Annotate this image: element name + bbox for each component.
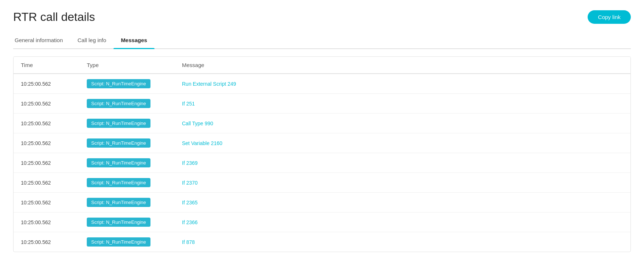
table-row: 10:25:00.562 Script: N_RunTimeEngine If … [14,94,630,114]
cell-message: Run External Script 249 [182,81,623,87]
cell-type: Script: N_RunTimeEngine [87,138,182,148]
copy-link-button[interactable]: Copy link [588,10,631,24]
cell-type: Script: N_RunTimeEngine [87,119,182,128]
table-row: 10:25:00.562 Script: N_RunTimeEngine Set… [14,133,630,153]
cell-message: If 2370 [182,180,623,186]
cell-message: Call Type 990 [182,121,623,126]
type-badge: Script: N_RunTimeEngine [87,237,150,247]
type-badge: Script: N_RunTimeEngine [87,218,150,227]
type-badge: Script: N_RunTimeEngine [87,99,150,108]
messages-table: Time Type Message 10:25:00.562 Script: N… [13,56,631,252]
cell-message: If 878 [182,239,623,245]
table-row: 10:25:00.562 Script: N_RunTimeEngine If … [14,212,630,232]
cell-type: Script: N_RunTimeEngine [87,237,182,247]
header-time: Time [21,62,87,68]
header-type: Type [87,62,182,68]
type-badge: Script: N_RunTimeEngine [87,178,150,187]
type-badge: Script: N_RunTimeEngine [87,158,150,167]
header-message: Message [182,62,623,68]
type-badge: Script: N_RunTimeEngine [87,119,150,128]
cell-time: 10:25:00.562 [21,239,87,245]
cell-time: 10:25:00.562 [21,140,87,146]
cell-type: Script: N_RunTimeEngine [87,198,182,207]
type-badge: Script: N_RunTimeEngine [87,138,150,148]
cell-time: 10:25:00.562 [21,81,87,87]
cell-type: Script: N_RunTimeEngine [87,99,182,108]
tab-call-leg-info[interactable]: Call leg info [70,33,113,48]
cell-message: If 251 [182,101,623,107]
cell-type: Script: N_RunTimeEngine [87,178,182,187]
tab-general-information[interactable]: General information [13,33,70,48]
page-title: RTR call details [13,10,95,24]
table-row: 10:25:00.562 Script: N_RunTimeEngine If … [14,153,630,173]
tabs-container: General information Call leg info Messag… [13,33,631,49]
table-row: 10:25:00.562 Script: N_RunTimeEngine If … [14,193,630,212]
table-header: Time Type Message [14,57,630,74]
type-badge: Script: N_RunTimeEngine [87,79,150,88]
table-row: 10:25:00.562 Script: N_RunTimeEngine Cal… [14,114,630,133]
tab-messages[interactable]: Messages [113,33,155,48]
cell-message: If 2365 [182,200,623,206]
cell-type: Script: N_RunTimeEngine [87,79,182,88]
cell-type: Script: N_RunTimeEngine [87,218,182,227]
cell-time: 10:25:00.562 [21,160,87,166]
cell-type: Script: N_RunTimeEngine [87,158,182,167]
table-row: 10:25:00.562 Script: N_RunTimeEngine If … [14,232,630,252]
cell-time: 10:25:00.562 [21,101,87,107]
page-header: RTR call details Copy link [13,10,631,24]
cell-time: 10:25:00.562 [21,200,87,206]
cell-message: If 2366 [182,219,623,225]
type-badge: Script: N_RunTimeEngine [87,198,150,207]
cell-message: If 2369 [182,160,623,166]
cell-time: 10:25:00.562 [21,180,87,186]
table-row: 10:25:00.562 Script: N_RunTimeEngine If … [14,173,630,193]
table-row: 10:25:00.562 Script: N_RunTimeEngine Run… [14,74,630,94]
cell-time: 10:25:00.562 [21,121,87,126]
cell-message: Set Variable 2160 [182,140,623,146]
table-body: 10:25:00.562 Script: N_RunTimeEngine Run… [14,74,630,252]
cell-time: 10:25:00.562 [21,219,87,225]
page-container: RTR call details Copy link General infor… [0,0,644,262]
